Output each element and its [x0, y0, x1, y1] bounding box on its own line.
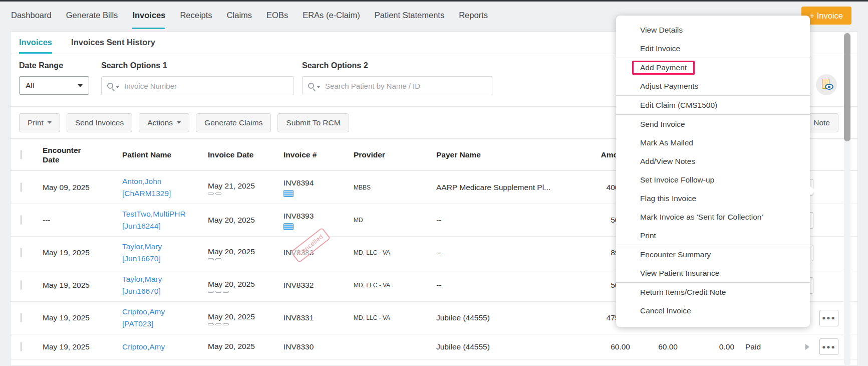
patient-link[interactable]: Taylor,Mary [Jun16670]	[122, 241, 208, 265]
expand-arrow-icon[interactable]	[805, 344, 809, 350]
col-header-patient-name[interactable]: Patient Name	[122, 150, 208, 159]
menu-item[interactable]: Mark Invoice as 'Sent for Collection'	[616, 208, 810, 226]
row-checkbox[interactable]	[21, 342, 22, 351]
nav-item[interactable]: Generate Bills	[66, 2, 118, 29]
tab[interactable]: Invoices Sent History	[71, 32, 155, 54]
invoice-date: May 20, 2025	[208, 278, 277, 290]
provider-credentials: MD	[354, 215, 431, 226]
menu-item[interactable]: Adjust Payments	[616, 77, 810, 95]
row-checkbox[interactable]	[21, 280, 22, 290]
vertical-scrollbar-track[interactable]	[844, 31, 850, 366]
menu-item[interactable]: Add Payment	[616, 58, 810, 77]
col-header-invoice-no[interactable]: Invoice #	[283, 150, 354, 159]
menu-item[interactable]: Encounter Summary	[616, 245, 810, 264]
row-checkbox[interactable]	[21, 215, 22, 225]
invoice-badges	[208, 323, 277, 325]
menu-item-label: Edit Claim (CMS1500)	[640, 101, 717, 110]
row-checkbox[interactable]	[21, 182, 22, 192]
invoice-number: INV8383	[283, 248, 314, 257]
menu-item-label: Add/View Notes	[640, 157, 695, 166]
nav-item[interactable]: Invoices	[132, 2, 165, 29]
search-caret-icon[interactable]	[317, 86, 321, 88]
search-caret-icon[interactable]	[116, 86, 120, 88]
search-icon[interactable]	[107, 83, 113, 89]
search-icon[interactable]	[308, 83, 314, 89]
provider-cell: MD	[354, 214, 436, 226]
invoice-date-cell: May 20, 2025	[208, 246, 283, 260]
row-checkbox[interactable]	[21, 313, 22, 322]
toolbar-button[interactable]: Print	[19, 113, 60, 132]
badge	[208, 323, 214, 325]
menu-item[interactable]: Print	[616, 226, 810, 245]
invoice-number-search	[101, 76, 294, 95]
encounter-date-cell: May 19, 2025	[43, 342, 122, 351]
col-header-payer-name[interactable]: Payer Name	[436, 150, 566, 159]
vertical-scrollbar-thumb[interactable]	[844, 33, 850, 141]
payer-name-cell: --	[436, 248, 566, 257]
menu-item[interactable]: View Patient Insurance	[616, 264, 810, 282]
patient-link[interactable]: TestTwo,MultiPHR [Jun16244]	[122, 208, 208, 232]
nav-item[interactable]: ERAs (e-Claim)	[303, 2, 360, 29]
nav-item[interactable]: Receipts	[180, 2, 212, 29]
menu-item[interactable]: Flag this Invoice	[616, 189, 810, 208]
patient-search-input[interactable]	[325, 82, 492, 90]
toolbar-button[interactable]: Actions	[139, 113, 189, 132]
patient-link[interactable]: Taylor,Mary [Jun16670]	[122, 273, 208, 297]
invoice-date-cell: May 20, 2025	[208, 278, 283, 293]
nav-item[interactable]: Claims	[227, 2, 252, 29]
row-actions-button[interactable]: ●●●	[819, 310, 838, 326]
patient-id: [Jun16670]	[122, 285, 199, 297]
payer-name-cell: Jubilee (44555)	[436, 313, 566, 322]
menu-item[interactable]: Return Items/Credit Note	[616, 283, 810, 301]
col-header-invoice-date[interactable]: Invoice Date	[208, 150, 283, 159]
col-header-provider[interactable]: Provider	[354, 150, 436, 159]
amount-cell: 60.00	[566, 342, 630, 351]
menu-item-label: Flag this Invoice	[640, 194, 696, 203]
menu-item-label: Add Payment	[632, 61, 695, 75]
row-checkbox[interactable]	[21, 248, 22, 257]
menu-item[interactable]: Send Invoice	[616, 115, 810, 133]
nav-item[interactable]: EOBs	[266, 2, 288, 29]
invoice-date-cell: May 20, 2025	[208, 340, 283, 353]
note-button[interactable]: Note	[805, 113, 838, 132]
toolbar-button[interactable]: Submit To RCM	[277, 113, 349, 132]
toolbar-button[interactable]: Send Invoices	[67, 113, 132, 132]
patient-id: [ChARM1329]	[122, 188, 199, 200]
sent-mail-icon	[283, 223, 294, 230]
invoice-number-input[interactable]	[124, 82, 294, 90]
invoice-number: INV8330	[283, 342, 314, 351]
select-all-checkbox[interactable]	[21, 150, 22, 159]
menu-item[interactable]: Add/View Notes	[616, 152, 810, 170]
menu-item[interactable]: Set Invoice Follow-up	[616, 170, 810, 189]
menu-item[interactable]: View Details	[616, 21, 810, 39]
patient-link[interactable]: Criptoo,Amy [PAT023]	[122, 306, 208, 330]
menu-item[interactable]: Edit Claim (CMS1500)	[616, 96, 810, 114]
nav-item[interactable]: Dashboard	[11, 2, 52, 29]
menu-item-label: Return Items/Credit Note	[640, 288, 726, 297]
view-notes-preview-button[interactable]	[816, 74, 837, 95]
badge	[223, 323, 229, 325]
nav-item[interactable]: Reports	[459, 2, 488, 29]
toolbar-button[interactable]: Generate Claims	[196, 113, 271, 132]
invoice-date-cell: May 20, 2025	[208, 311, 283, 325]
chevron-down-icon	[177, 121, 181, 124]
nav-item[interactable]: Patient Statements	[375, 2, 444, 29]
tab[interactable]: Invoices	[19, 32, 52, 54]
menu-item[interactable]: Edit Invoice	[616, 39, 810, 58]
patient-link[interactable]: Anton,John [ChARM1329]	[122, 175, 208, 200]
badge	[215, 323, 221, 325]
menu-item[interactable]: Mark As Mailed	[616, 133, 810, 152]
window-top-strip	[0, 0, 868, 2]
menu-item-label: Set Invoice Follow-up	[640, 175, 714, 185]
badge	[208, 193, 214, 195]
invoice-date: May 20, 2025	[208, 246, 277, 257]
menu-item-label: Mark Invoice as 'Sent for Collection'	[640, 213, 763, 222]
menu-item[interactable]: Cancel Invoice	[616, 301, 810, 320]
row-actions-button[interactable]: ●●●	[819, 338, 838, 355]
patient-link[interactable]: Criptoo,Amy	[122, 341, 208, 353]
col-header-encounter-date[interactable]: Encounter Date	[43, 145, 93, 164]
date-range-select[interactable]: All	[19, 76, 89, 95]
invoice-number-cell: INV8383 Cancelled	[283, 247, 354, 258]
menu-anchor-arrow	[809, 186, 816, 195]
invoice-date: May 20, 2025	[208, 214, 277, 226]
